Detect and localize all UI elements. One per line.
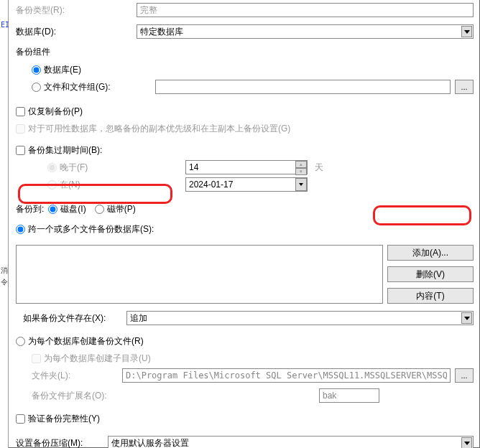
dest-disk-radio[interactable]: 磁盘(I) (48, 203, 86, 215)
components-title: 备份组件 (16, 46, 474, 58)
subdir-checkbox: 为每个数据库创建子目录(U) (32, 353, 151, 365)
backup-file-list[interactable] (16, 245, 383, 304)
copy-only-label: 仅复制备份(P) (28, 106, 83, 118)
expiry-date-input[interactable] (185, 177, 308, 192)
folder-browse-button[interactable]: ... (455, 368, 474, 383)
backup-type-value (137, 3, 474, 17)
compress-select[interactable] (108, 436, 474, 448)
if-file-exists-label: 如果备份文件存在(X): (23, 312, 126, 325)
dest-disk-label: 磁盘(I) (60, 203, 86, 215)
expiry-checkbox[interactable]: 备份集过期时间(B): (16, 144, 102, 157)
expiry-on-radio: 在(N) (47, 179, 177, 191)
compress-value (108, 436, 474, 448)
verify-checkbox[interactable]: 验证备份完整性(Y) (16, 413, 100, 425)
if-file-exists-value (126, 311, 474, 325)
left-text-2: 令 (1, 277, 8, 287)
component-filegroup-label: 文件和文件组(G): (44, 81, 111, 93)
folder-input[interactable] (122, 368, 451, 383)
contents-button[interactable]: 内容(T) (387, 288, 474, 304)
expiry-days-input[interactable] (185, 160, 308, 174)
folder-label: 文件夹(L): (32, 370, 122, 382)
calendar-dropdown-icon[interactable] (295, 178, 307, 191)
copy-only-checkbox[interactable]: 仅复制备份(P) (16, 106, 83, 118)
database-label: 数据库(D): (16, 26, 137, 38)
span-files-label: 跨一个或多个文件备份数据库(S): (28, 223, 154, 235)
spinner-icon[interactable]: ▴▾ (295, 161, 307, 174)
ext-label: 备份文件扩展名(O): (32, 390, 319, 402)
backup-to-label: 备份到: (16, 203, 44, 215)
filegroup-browse-button[interactable]: ... (455, 80, 474, 94)
span-files-radio[interactable]: 跨一个或多个文件备份数据库(S): (16, 223, 154, 235)
left-marker: EI (1, 21, 9, 29)
remove-button[interactable]: 删除(V) (387, 266, 474, 282)
dest-tape-label: 磁带(P) (107, 203, 136, 215)
filegroup-input[interactable] (155, 80, 451, 94)
dest-tape-radio[interactable]: 磁带(P) (95, 203, 136, 215)
availability-note-label: 对于可用性数据库，忽略备份的副本优先级和在主副本上备份设置(G) (28, 123, 290, 135)
left-text-1: 消 (1, 266, 8, 276)
left-vertical-bar: EI 消 令 (0, 0, 9, 448)
backup-type-select[interactable] (137, 3, 474, 17)
expiry-on-label: 在(N) (60, 179, 80, 191)
verify-label: 验证备份完整性(Y) (28, 413, 100, 425)
per-db-radio[interactable]: 为每个数据库创建备份文件(R) (16, 335, 144, 347)
component-database-label: 数据库(E) (44, 64, 81, 76)
compress-label: 设置备份压缩(M): (16, 437, 108, 449)
expiry-label: 备份集过期时间(B): (28, 144, 102, 157)
per-db-label: 为每个数据库创建备份文件(R) (28, 335, 144, 347)
availability-note-checkbox: 对于可用性数据库，忽略备份的副本优先级和在主副本上备份设置(G) (16, 123, 290, 135)
database-value (137, 24, 474, 39)
subdir-label: 为每个数据库创建子目录(U) (44, 353, 151, 365)
if-file-exists-select[interactable] (126, 311, 474, 325)
component-database-radio[interactable]: 数据库(E) (32, 64, 81, 76)
expiry-after-radio: 晚于(F) (47, 162, 177, 174)
expiry-after-label: 晚于(F) (60, 162, 88, 174)
add-button[interactable]: 添加(A)... (387, 245, 474, 261)
component-filegroup-radio[interactable]: 文件和文件组(G): (32, 81, 147, 93)
expiry-days-unit: 天 (315, 162, 323, 174)
database-select[interactable] (137, 24, 474, 39)
ext-input[interactable] (319, 388, 379, 403)
backup-type-label: 备份类型(R): (16, 4, 137, 17)
